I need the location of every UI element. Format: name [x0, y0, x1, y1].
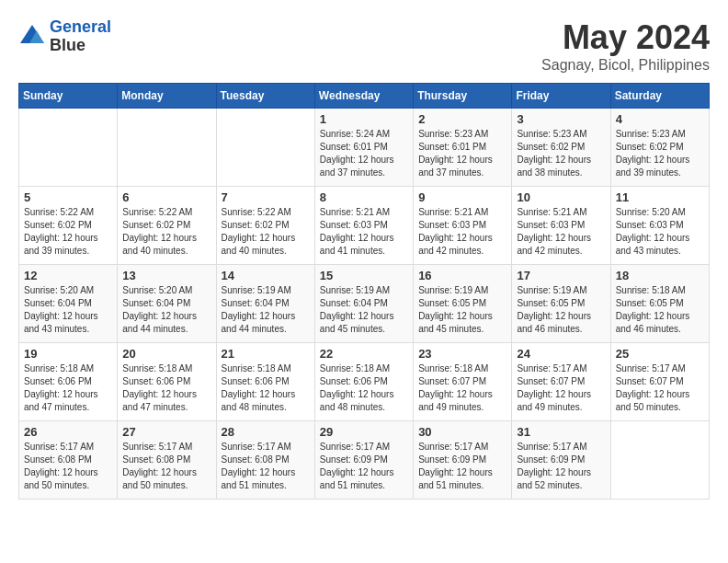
cell-content: Sunrise: 5:17 AMSunset: 6:08 PMDaylight:… [122, 441, 210, 492]
week-row-3: 12Sunrise: 5:20 AMSunset: 6:04 PMDayligh… [19, 265, 710, 343]
day-cell: 30Sunrise: 5:17 AMSunset: 6:09 PMDayligh… [414, 421, 512, 500]
cell-content: Sunrise: 5:18 AMSunset: 6:06 PMDaylight:… [24, 362, 112, 414]
day-cell: 6Sunrise: 5:22 AMSunset: 6:02 PMDaylight… [118, 187, 216, 265]
day-number: 7 [222, 190, 310, 204]
day-number: 1 [320, 112, 408, 126]
day-cell: 20Sunrise: 5:18 AMSunset: 6:06 PMDayligh… [118, 343, 216, 421]
cell-content: Sunrise: 5:20 AMSunset: 6:03 PMDaylight:… [616, 206, 704, 258]
calendar-body: 1Sunrise: 5:24 AMSunset: 6:01 PMDaylight… [19, 109, 710, 500]
day-number: 13 [122, 269, 210, 282]
day-number: 23 [418, 347, 506, 361]
day-number: 5 [24, 190, 112, 204]
day-cell: 1Sunrise: 5:24 AMSunset: 6:01 PMDaylight… [314, 109, 413, 187]
day-cell: 14Sunrise: 5:19 AMSunset: 6:04 PMDayligh… [216, 265, 314, 343]
day-number: 10 [517, 190, 605, 204]
week-row-2: 5Sunrise: 5:22 AMSunset: 6:02 PMDaylight… [19, 187, 710, 265]
cell-content: Sunrise: 5:22 AMSunset: 6:02 PMDaylight:… [222, 206, 310, 258]
day-number: 9 [418, 190, 506, 204]
day-number: 20 [122, 347, 210, 361]
day-cell: 5Sunrise: 5:22 AMSunset: 6:02 PMDaylight… [19, 187, 118, 265]
week-row-1: 1Sunrise: 5:24 AMSunset: 6:01 PMDaylight… [19, 109, 710, 187]
day-number: 17 [517, 269, 605, 282]
day-cell: 15Sunrise: 5:19 AMSunset: 6:04 PMDayligh… [314, 265, 413, 343]
cell-content: Sunrise: 5:17 AMSunset: 6:07 PMDaylight:… [517, 362, 605, 414]
day-cell: 28Sunrise: 5:17 AMSunset: 6:08 PMDayligh… [216, 421, 314, 500]
day-number: 31 [517, 425, 605, 439]
day-cell: 29Sunrise: 5:17 AMSunset: 6:09 PMDayligh… [314, 421, 413, 500]
day-number: 8 [320, 190, 408, 204]
day-cell: 18Sunrise: 5:18 AMSunset: 6:05 PMDayligh… [610, 265, 709, 343]
day-number: 29 [320, 425, 408, 439]
calendar-table: Sunday Monday Tuesday Wednesday Thursday… [18, 83, 710, 500]
cell-content: Sunrise: 5:19 AMSunset: 6:05 PMDaylight:… [418, 284, 506, 336]
day-cell: 26Sunrise: 5:17 AMSunset: 6:08 PMDayligh… [19, 421, 118, 500]
cell-content: Sunrise: 5:18 AMSunset: 6:05 PMDaylight:… [616, 284, 704, 336]
cell-content: Sunrise: 5:17 AMSunset: 6:09 PMDaylight:… [320, 441, 408, 492]
header-friday: Friday [512, 84, 610, 109]
day-number: 12 [24, 269, 112, 282]
cell-content: Sunrise: 5:20 AMSunset: 6:04 PMDaylight:… [122, 284, 210, 336]
day-cell: 16Sunrise: 5:19 AMSunset: 6:05 PMDayligh… [414, 265, 512, 343]
day-cell: 24Sunrise: 5:17 AMSunset: 6:07 PMDayligh… [512, 343, 610, 421]
day-number: 30 [418, 425, 506, 439]
cell-content: Sunrise: 5:22 AMSunset: 6:02 PMDaylight:… [122, 206, 210, 258]
day-cell: 4Sunrise: 5:23 AMSunset: 6:02 PMDaylight… [610, 109, 709, 187]
cell-content: Sunrise: 5:21 AMSunset: 6:03 PMDaylight:… [418, 206, 506, 258]
cell-content: Sunrise: 5:19 AMSunset: 6:04 PMDaylight:… [222, 284, 310, 336]
logo: General Blue [18, 18, 111, 55]
logo-icon [18, 23, 46, 51]
month-title: May 2024 [541, 18, 710, 57]
cell-content: Sunrise: 5:22 AMSunset: 6:02 PMDaylight:… [24, 206, 112, 258]
day-number: 15 [320, 269, 408, 282]
day-number: 19 [24, 347, 112, 361]
cell-content: Sunrise: 5:17 AMSunset: 6:08 PMDaylight:… [24, 441, 112, 492]
day-cell: 11Sunrise: 5:20 AMSunset: 6:03 PMDayligh… [610, 187, 709, 265]
cell-content: Sunrise: 5:17 AMSunset: 6:09 PMDaylight:… [517, 441, 605, 492]
header-tuesday: Tuesday [216, 84, 314, 109]
day-cell: 21Sunrise: 5:18 AMSunset: 6:06 PMDayligh… [216, 343, 314, 421]
day-number: 21 [222, 347, 310, 361]
week-row-5: 26Sunrise: 5:17 AMSunset: 6:08 PMDayligh… [19, 421, 710, 500]
cell-content: Sunrise: 5:18 AMSunset: 6:06 PMDaylight:… [320, 362, 408, 414]
day-cell [19, 109, 118, 187]
location: Sagnay, Bicol, Philippines [541, 57, 710, 74]
day-cell [216, 109, 314, 187]
day-cell: 13Sunrise: 5:20 AMSunset: 6:04 PMDayligh… [118, 265, 216, 343]
header-wednesday: Wednesday [314, 84, 413, 109]
day-cell: 9Sunrise: 5:21 AMSunset: 6:03 PMDaylight… [414, 187, 512, 265]
cell-content: Sunrise: 5:17 AMSunset: 6:07 PMDaylight:… [616, 362, 704, 414]
day-number: 18 [616, 269, 704, 282]
day-cell [610, 421, 709, 500]
header-monday: Monday [118, 84, 216, 109]
day-cell: 31Sunrise: 5:17 AMSunset: 6:09 PMDayligh… [512, 421, 610, 500]
cell-content: Sunrise: 5:23 AMSunset: 6:01 PMDaylight:… [418, 128, 506, 179]
cell-content: Sunrise: 5:18 AMSunset: 6:06 PMDaylight:… [222, 362, 310, 414]
weekday-row: Sunday Monday Tuesday Wednesday Thursday… [19, 84, 710, 109]
header-sunday: Sunday [19, 84, 118, 109]
header-saturday: Saturday [610, 84, 709, 109]
day-number: 4 [616, 112, 704, 126]
day-cell: 12Sunrise: 5:20 AMSunset: 6:04 PMDayligh… [19, 265, 118, 343]
day-cell: 19Sunrise: 5:18 AMSunset: 6:06 PMDayligh… [19, 343, 118, 421]
cell-content: Sunrise: 5:18 AMSunset: 6:06 PMDaylight:… [122, 362, 210, 414]
cell-content: Sunrise: 5:20 AMSunset: 6:04 PMDaylight:… [24, 284, 112, 336]
page-header: General Blue May 2024 Sagnay, Bicol, Phi… [18, 18, 710, 74]
day-cell: 25Sunrise: 5:17 AMSunset: 6:07 PMDayligh… [610, 343, 709, 421]
day-number: 3 [517, 112, 605, 126]
day-cell [118, 109, 216, 187]
cell-content: Sunrise: 5:18 AMSunset: 6:07 PMDaylight:… [418, 362, 506, 414]
day-cell: 2Sunrise: 5:23 AMSunset: 6:01 PMDaylight… [414, 109, 512, 187]
day-cell: 8Sunrise: 5:21 AMSunset: 6:03 PMDaylight… [314, 187, 413, 265]
cell-content: Sunrise: 5:17 AMSunset: 6:09 PMDaylight:… [418, 441, 506, 492]
day-number: 26 [24, 425, 112, 439]
day-number: 27 [122, 425, 210, 439]
day-cell: 27Sunrise: 5:17 AMSunset: 6:08 PMDayligh… [118, 421, 216, 500]
cell-content: Sunrise: 5:23 AMSunset: 6:02 PMDaylight:… [517, 128, 605, 179]
logo-text: General Blue [50, 18, 111, 55]
week-row-4: 19Sunrise: 5:18 AMSunset: 6:06 PMDayligh… [19, 343, 710, 421]
day-cell: 17Sunrise: 5:19 AMSunset: 6:05 PMDayligh… [512, 265, 610, 343]
calendar-header: Sunday Monday Tuesday Wednesday Thursday… [19, 84, 710, 109]
cell-content: Sunrise: 5:23 AMSunset: 6:02 PMDaylight:… [616, 128, 704, 179]
cell-content: Sunrise: 5:19 AMSunset: 6:05 PMDaylight:… [517, 284, 605, 336]
day-number: 6 [122, 190, 210, 204]
